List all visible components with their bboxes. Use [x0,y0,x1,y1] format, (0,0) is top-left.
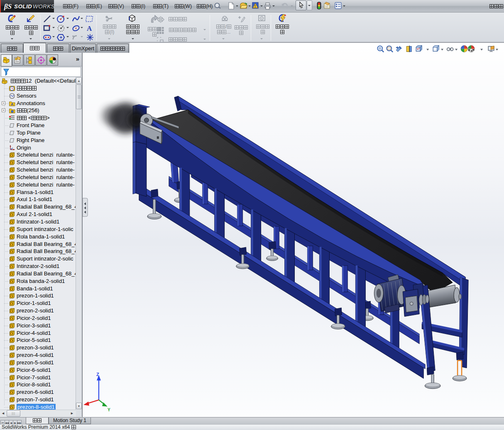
svg-text:Z: Z [96,372,99,377]
svg-text:WORKS: WORKS [33,3,54,10]
svg-text:!: ! [254,4,256,8]
svg-text:βS: βS [4,2,12,10]
svg-text:A: A [87,25,92,32]
svg-text:Y: Y [108,408,110,412]
svg-text:SOLID: SOLID [14,3,32,10]
